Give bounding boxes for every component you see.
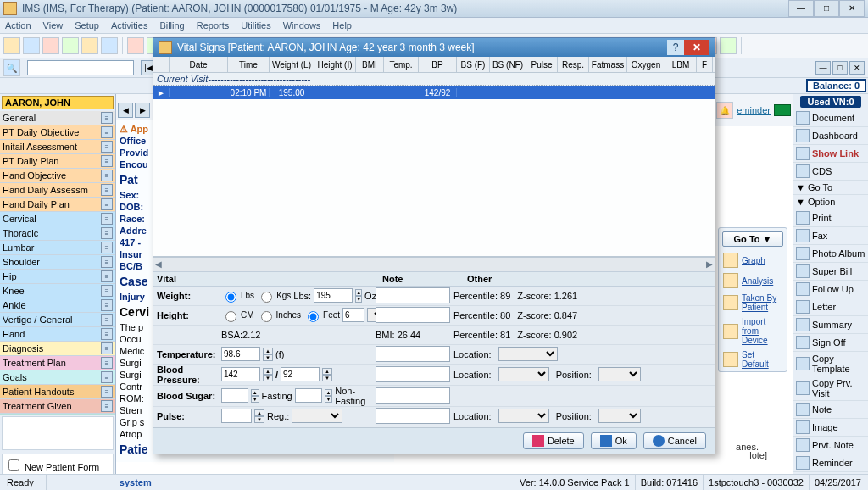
grid-col[interactable]: BP: [419, 57, 457, 72]
leftnav-item[interactable]: Hip≡: [0, 270, 115, 284]
leftnav-item[interactable]: Super Bill≡: [0, 414, 115, 415]
rightnav-item[interactable]: Super Bill: [793, 263, 868, 281]
side-action[interactable]: Taken By Patient: [719, 291, 787, 315]
weight-note[interactable]: [376, 287, 450, 303]
expand-icon[interactable]: ≡: [101, 342, 113, 354]
pulse-reg[interactable]: [292, 409, 342, 423]
grid-col[interactable]: BS (NF): [490, 57, 526, 72]
temp-loc-select[interactable]: [498, 347, 558, 361]
rightnav-item[interactable]: ▼ Option: [793, 195, 868, 209]
delete-button[interactable]: Delete: [523, 432, 584, 449]
rightnav-item[interactable]: Sign Off: [793, 334, 868, 352]
pulse-pos[interactable]: [598, 409, 641, 423]
maximize-button[interactable]: □: [814, 0, 839, 17]
grid-col[interactable]: Fatmass: [589, 57, 627, 72]
grid-col[interactable]: Temp.: [384, 57, 419, 72]
bp-loc[interactable]: [498, 367, 549, 381]
expand-icon[interactable]: ≡: [101, 299, 113, 311]
pulse-loc[interactable]: [498, 409, 549, 423]
grid-col[interactable]: LBM: [665, 57, 697, 72]
leftnav-item[interactable]: Initail Assessment≡: [0, 140, 115, 154]
leftnav-item[interactable]: Hand≡: [0, 327, 115, 342]
menu-activities[interactable]: Activities: [111, 20, 147, 31]
leftnav-item[interactable]: Treatment Given≡: [0, 399, 115, 414]
leftnav-item[interactable]: Lumbar≡: [0, 241, 115, 255]
toolbar-icon[interactable]: [127, 37, 144, 54]
toolbar-icon[interactable]: [3, 37, 20, 54]
grid-scrollbar[interactable]: ◀▶: [153, 257, 715, 271]
height-note[interactable]: [376, 307, 450, 323]
search-input[interactable]: [27, 60, 134, 75]
height-cm-radio[interactable]: CM: [221, 309, 254, 322]
pulse-note[interactable]: [376, 408, 450, 424]
expand-icon[interactable]: ≡: [101, 314, 113, 326]
sub-close[interactable]: ✕: [849, 61, 865, 75]
leftnav-item[interactable]: General≡: [0, 111, 115, 125]
grid-col[interactable]: BMI: [356, 57, 384, 72]
rightnav-item[interactable]: Dashboard: [793, 127, 868, 145]
grid-col[interactable]: Weight (L): [270, 57, 314, 72]
expand-icon[interactable]: ≡: [101, 227, 113, 239]
expand-icon[interactable]: ≡: [101, 170, 113, 181]
temp-note[interactable]: [376, 346, 450, 362]
rightnav-item[interactable]: Photo Album: [793, 245, 868, 263]
expand-icon[interactable]: ≡: [101, 371, 113, 383]
expand-icon[interactable]: ≡: [101, 386, 113, 398]
toolbar-icon[interactable]: [42, 37, 59, 54]
rightnav-item[interactable]: Note: [793, 401, 868, 419]
expand-icon[interactable]: ≡: [101, 112, 113, 124]
height-ft-radio[interactable]: Feet: [303, 309, 340, 322]
rightnav-item[interactable]: Copy Prv. Visit: [793, 376, 868, 401]
expand-icon[interactable]: ≡: [101, 285, 113, 297]
bs-note[interactable]: [376, 387, 450, 404]
rightnav-item[interactable]: Prvt. Note: [793, 437, 868, 454]
leftnav-item[interactable]: PT Daily Objective≡: [0, 125, 115, 140]
rightnav-item[interactable]: Document: [793, 109, 868, 127]
rightnav-item[interactable]: CDS: [793, 163, 868, 181]
sub-max[interactable]: □: [832, 61, 848, 75]
menu-reports[interactable]: Reports: [197, 20, 230, 31]
expand-icon[interactable]: ≡: [101, 184, 113, 196]
vitals-grid-row[interactable]: ►02:10 PM195.00142/92: [153, 86, 715, 99]
grid-col[interactable]: Pulse: [526, 57, 558, 72]
bp-note[interactable]: [376, 366, 450, 382]
rightnav-item[interactable]: Fax: [793, 227, 868, 245]
leftnav-item[interactable]: Thoracic≡: [0, 226, 115, 241]
grid-col[interactable]: Height (I): [314, 57, 356, 72]
grid-col[interactable]: BS (F): [457, 57, 490, 72]
grid-col[interactable]: [153, 57, 170, 72]
search-icon[interactable]: 🔍: [3, 59, 20, 76]
rightnav-item[interactable]: Summary: [793, 316, 868, 334]
leftnav-item[interactable]: Treatment Plan≡: [0, 356, 115, 370]
toolbar-icon[interactable]: [81, 37, 98, 54]
bp-pos[interactable]: [598, 367, 641, 381]
side-action[interactable]: Set Default: [719, 348, 787, 371]
toolbar-icon[interactable]: [62, 37, 79, 54]
bs-fast-input[interactable]: [221, 388, 248, 403]
menu-action[interactable]: Action: [5, 20, 31, 31]
grid-col[interactable]: Date: [170, 57, 228, 72]
menu-help[interactable]: Help: [332, 20, 352, 31]
leftnav-item[interactable]: Diagnosis≡: [0, 342, 115, 356]
height-ft-input[interactable]: [342, 308, 364, 322]
expand-icon[interactable]: ≡: [101, 357, 113, 369]
expand-icon[interactable]: ≡: [101, 155, 113, 167]
grid-col[interactable]: F: [697, 57, 713, 72]
leftnav-item[interactable]: Vertigo / General≡: [0, 313, 115, 327]
height-in-radio[interactable]: Inches: [257, 309, 301, 322]
rightnav-item[interactable]: Letter: [793, 298, 868, 316]
menu-windows[interactable]: Windows: [283, 20, 321, 31]
leftnav-item[interactable]: Shoulder≡: [0, 255, 115, 270]
leftnav-item[interactable]: PT Daily Plan≡: [0, 154, 115, 169]
toolbar-icon[interactable]: [720, 37, 737, 54]
expand-icon[interactable]: ≡: [101, 256, 113, 268]
close-button[interactable]: ✕: [839, 0, 865, 17]
menu-billing[interactable]: Billing: [159, 20, 184, 31]
leftnav-item[interactable]: Patient Handouts≡: [0, 385, 115, 399]
expand-icon[interactable]: ≡: [101, 270, 113, 282]
leftnav-item[interactable]: Hand Daily Plan≡: [0, 198, 115, 212]
expand-icon[interactable]: ≡: [101, 213, 113, 225]
bp-sys[interactable]: [221, 367, 260, 381]
rightnav-item[interactable]: ▼ Go To: [793, 181, 868, 195]
goto-button[interactable]: Go To ▼: [722, 231, 783, 247]
